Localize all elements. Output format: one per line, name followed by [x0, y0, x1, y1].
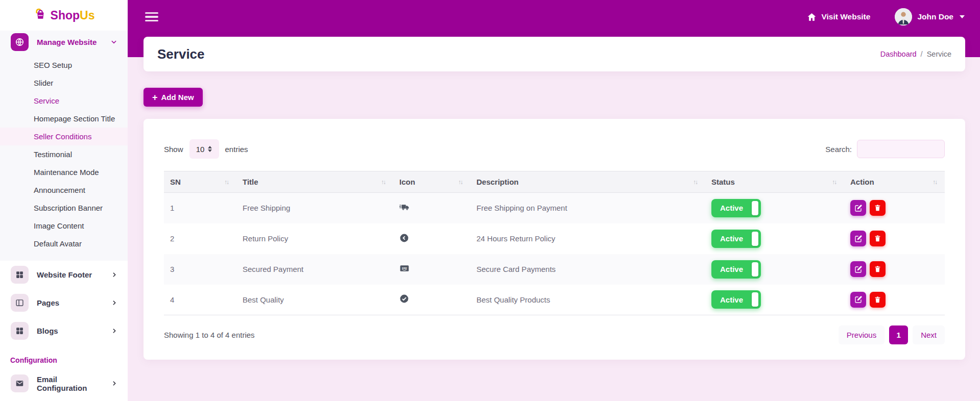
- delete-button[interactable]: [870, 261, 886, 277]
- avatar: [895, 8, 912, 26]
- status-toggle[interactable]: Active: [711, 260, 761, 279]
- status-toggle[interactable]: Active: [711, 230, 761, 248]
- menu-toggle-icon[interactable]: [145, 12, 158, 21]
- cell-description: Secure Card Payments: [470, 254, 705, 285]
- sort-icon: ↑↓: [224, 179, 228, 186]
- table-row: 3 Secured Payment pay Secure Card Paymen…: [164, 254, 945, 285]
- column-header-status[interactable]: Status↑↓: [705, 171, 844, 193]
- sidebar-item-blogs[interactable]: Blogs: [0, 317, 128, 345]
- breadcrumb-current: Service: [927, 50, 951, 58]
- sidebar-item-label: Website Footer: [37, 270, 103, 279]
- cell-sn: 4: [164, 285, 236, 315]
- entries-select[interactable]: 10: [189, 139, 219, 159]
- sidebar-item-label: Pages: [37, 298, 103, 307]
- sidebar-item-pages[interactable]: Pages: [0, 289, 128, 317]
- edit-button[interactable]: [850, 231, 866, 246]
- search-input[interactable]: [857, 140, 945, 158]
- logo-text-us: Us: [80, 9, 94, 22]
- service-table: SN↑↓ Title↑↓ Icon↑↓ Description↑↓ Status…: [164, 171, 945, 315]
- sidebar-item-image-content[interactable]: Image Content: [0, 217, 128, 235]
- sidebar-item-homepage-section-title[interactable]: Homepage Section Title: [0, 110, 128, 128]
- edit-button[interactable]: [850, 200, 866, 216]
- column-header-icon[interactable]: Icon↑↓: [393, 171, 470, 193]
- cell-description: Best Quality Products: [470, 285, 705, 315]
- user-menu[interactable]: John Doe: [895, 8, 965, 26]
- sort-icon: ↑↓: [458, 179, 462, 186]
- pagination-previous-button[interactable]: Previous: [839, 325, 885, 344]
- sidebar-item-testimonial[interactable]: Testimonial: [0, 145, 128, 163]
- search-control: Search:: [825, 140, 945, 158]
- app-logo[interactable]: ShopUs: [0, 0, 128, 31]
- sidebar-item-email-configuration[interactable]: Email Configuration: [0, 369, 128, 397]
- add-new-button[interactable]: + Add New: [144, 88, 203, 107]
- cell-description: Free Shipping on Payment: [470, 193, 705, 223]
- column-header-sn[interactable]: SN↑↓: [164, 171, 236, 193]
- page-length-control: Show 10 entries: [164, 139, 248, 159]
- status-label: Active: [720, 234, 743, 243]
- column-header-action[interactable]: Action↑↓: [844, 171, 945, 193]
- sidebar-item-website-footer[interactable]: Website Footer: [0, 261, 128, 289]
- column-header-title[interactable]: Title↑↓: [236, 171, 393, 193]
- sidebar-item-default-avatar[interactable]: Default Avatar: [0, 235, 128, 253]
- breadcrumb-dashboard-link[interactable]: Dashboard: [880, 50, 917, 58]
- toggle-knob: [752, 262, 758, 277]
- manage-website-submenu: SEO Setup Slider Service Homepage Sectio…: [0, 53, 128, 258]
- manage-website-group: Manage Website SEO Setup Slider Service …: [0, 31, 128, 261]
- delete-button[interactable]: [870, 292, 886, 308]
- pagination-page-1-button[interactable]: 1: [889, 325, 908, 344]
- sidebar-item-manage-website[interactable]: Manage Website: [0, 31, 128, 53]
- pagination: Previous 1 Next: [839, 325, 945, 344]
- status-label: Active: [720, 204, 743, 212]
- chevron-right-icon: [111, 299, 117, 306]
- grid-icon: [11, 322, 29, 340]
- table-summary: Showing 1 to 4 of 4 entries: [164, 331, 255, 339]
- status-toggle[interactable]: Active: [711, 199, 761, 217]
- toggle-knob: [752, 201, 758, 215]
- table-row: 1 Free Shipping Free Shipping on Payment…: [164, 193, 945, 223]
- shopping-bag-icon: [33, 7, 47, 24]
- arrow-left-circle-icon: [399, 233, 409, 243]
- search-label: Search:: [825, 145, 852, 154]
- toggle-knob: [752, 292, 758, 307]
- visit-website-link[interactable]: Visit Website: [807, 12, 870, 22]
- delete-button[interactable]: [870, 200, 886, 216]
- sidebar-item-seo-setup[interactable]: SEO Setup: [0, 56, 128, 74]
- columns-icon: [11, 294, 29, 312]
- cell-sn: 1: [164, 193, 236, 223]
- check-circle-icon: [399, 294, 409, 304]
- breadcrumb: Dashboard / Service: [880, 50, 951, 58]
- cell-sn: 3: [164, 254, 236, 285]
- edit-button[interactable]: [850, 292, 866, 308]
- select-updown-icon: [208, 146, 212, 152]
- table-row: 2 Return Policy 24 Hours Return Policy A…: [164, 223, 945, 254]
- plus-icon: +: [152, 93, 158, 102]
- status-label: Active: [720, 265, 743, 273]
- page-header: Service Dashboard / Service: [144, 37, 965, 71]
- cell-title: Secured Payment: [236, 254, 393, 285]
- sidebar-item-announcement[interactable]: Announcement: [0, 181, 128, 199]
- sort-icon: ↑↓: [933, 179, 937, 186]
- configuration-heading: Configuration: [10, 356, 128, 364]
- sidebar-item-service[interactable]: Service: [0, 92, 128, 110]
- cell-title: Return Policy: [236, 223, 393, 254]
- logo-text-shop: Shop: [51, 9, 80, 22]
- sort-icon: ↑↓: [381, 179, 385, 186]
- sidebar-item-maintenance-mode[interactable]: Maintenance Mode: [0, 163, 128, 181]
- cell-title: Best Quality: [236, 285, 393, 315]
- sidebar-item-slider[interactable]: Slider: [0, 74, 128, 92]
- user-name: John Doe: [917, 12, 953, 21]
- pagination-next-button[interactable]: Next: [913, 325, 945, 344]
- sort-icon: ↑↓: [832, 179, 836, 186]
- chevron-right-icon: [111, 328, 117, 334]
- edit-button[interactable]: [850, 261, 866, 277]
- chevron-right-icon: [111, 380, 117, 387]
- add-new-label: Add New: [161, 93, 194, 102]
- column-header-description[interactable]: Description↑↓: [470, 171, 705, 193]
- sidebar: ShopUs Manage Website SEO Setup Slider S…: [0, 0, 128, 401]
- page-title: Service: [157, 46, 205, 62]
- sidebar-item-seller-conditions[interactable]: Seller Conditions: [0, 128, 128, 145]
- sidebar-item-subscription-banner[interactable]: Subscription Banner: [0, 199, 128, 217]
- delete-button[interactable]: [870, 231, 886, 246]
- sidebar-item-label: Email Configuration: [37, 375, 103, 392]
- status-toggle[interactable]: Active: [711, 290, 761, 309]
